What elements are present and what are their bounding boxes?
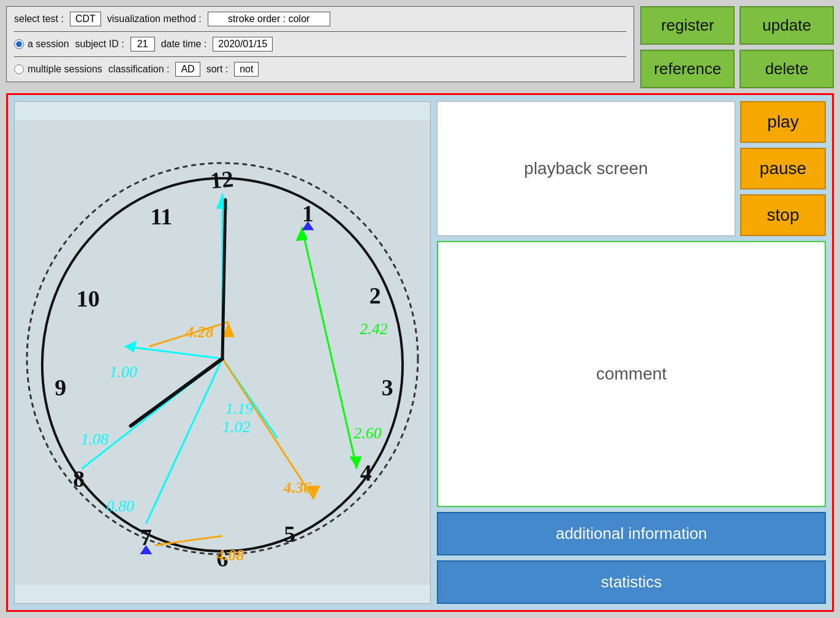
sort-value[interactable]: not (234, 62, 259, 77)
update-button[interactable]: update (740, 6, 834, 45)
date-time-label: date time : (161, 39, 207, 50)
svg-text:2.60: 2.60 (354, 424, 381, 442)
playback-screen: playback screen (437, 101, 735, 236)
visualization-value[interactable]: stroke order : color (208, 12, 330, 26)
svg-text:1.02: 1.02 (222, 418, 250, 436)
classification-value[interactable]: AD (175, 62, 200, 77)
row-session: a session subject ID : 21 date time : 20… (14, 37, 626, 52)
sort-label: sort : (206, 64, 229, 75)
svg-text:1.19: 1.19 (225, 400, 253, 418)
register-button[interactable]: register (640, 6, 735, 45)
radio-multiple-sessions[interactable]: multiple sessions (14, 64, 102, 75)
visualization-label: visualization method : (107, 13, 202, 25)
comment-box[interactable]: comment (437, 241, 826, 507)
svg-text:10: 10 (77, 286, 100, 311)
select-test-label: select test : (14, 13, 64, 25)
radio-a-session[interactable]: a session (14, 39, 69, 50)
radio-session-label: a session (28, 39, 69, 50)
row-multiple-sessions: multiple sessions classification : AD so… (14, 62, 626, 77)
radio-multiple-label: multiple sessions (28, 64, 102, 75)
date-time-value[interactable]: 2020/01/15 (213, 37, 273, 52)
row-select-test: select test : CDT visualization method :… (14, 12, 626, 26)
playback-buttons: play pause stop (740, 101, 826, 236)
play-button[interactable]: play (740, 101, 826, 143)
main-area: 12 1 2 3 4 5 6 7 8 9 10 11 (6, 93, 834, 612)
svg-text:1.00: 1.00 (110, 363, 137, 381)
svg-text:11: 11 (150, 204, 172, 229)
svg-text:9: 9 (55, 375, 66, 400)
reference-button[interactable]: reference (640, 50, 735, 88)
svg-text:0.80: 0.80 (107, 497, 134, 515)
playback-screen-label: playback screen (524, 159, 648, 178)
additional-information-button[interactable]: additional information (437, 512, 826, 555)
right-top: playback screen play pause stop (437, 101, 826, 236)
subject-id-label: subject ID : (75, 39, 124, 50)
comment-label: comment (596, 364, 667, 384)
svg-text:12: 12 (209, 166, 234, 193)
top-right-buttons: register update reference delete (640, 6, 834, 88)
svg-text:5: 5 (284, 521, 295, 547)
radio-multiple-input[interactable] (14, 64, 24, 74)
svg-text:4.28: 4.28 (185, 323, 213, 341)
divider-2 (14, 56, 626, 57)
classification-label: classification : (108, 64, 170, 75)
right-panel: playback screen play pause stop comment … (437, 101, 826, 604)
statistics-button[interactable]: statistics (437, 560, 826, 604)
delete-button[interactable]: delete (740, 50, 834, 88)
svg-text:2: 2 (369, 283, 381, 308)
top-left-panel: select test : CDT visualization method :… (6, 6, 634, 82)
select-test-value[interactable]: CDT (70, 12, 101, 26)
top-controls: select test : CDT visualization method :… (6, 6, 834, 88)
svg-text:8: 8 (73, 466, 85, 492)
svg-text:1.08: 1.08 (81, 430, 108, 448)
svg-text:3: 3 (382, 375, 393, 400)
clock-panel: 12 1 2 3 4 5 6 7 8 9 10 11 (14, 101, 431, 604)
radio-session-input[interactable] (14, 39, 24, 49)
svg-text:4.08: 4.08 (216, 546, 244, 564)
svg-text:4.36: 4.36 (283, 479, 311, 497)
divider-1 (14, 31, 626, 32)
clock-svg: 12 1 2 3 4 5 6 7 8 9 10 11 (15, 102, 430, 603)
pause-button[interactable]: pause (740, 148, 826, 189)
subject-id-value[interactable]: 21 (131, 37, 155, 52)
svg-text:4: 4 (360, 460, 372, 486)
stop-button[interactable]: stop (740, 194, 826, 236)
svg-text:2.42: 2.42 (360, 320, 387, 338)
